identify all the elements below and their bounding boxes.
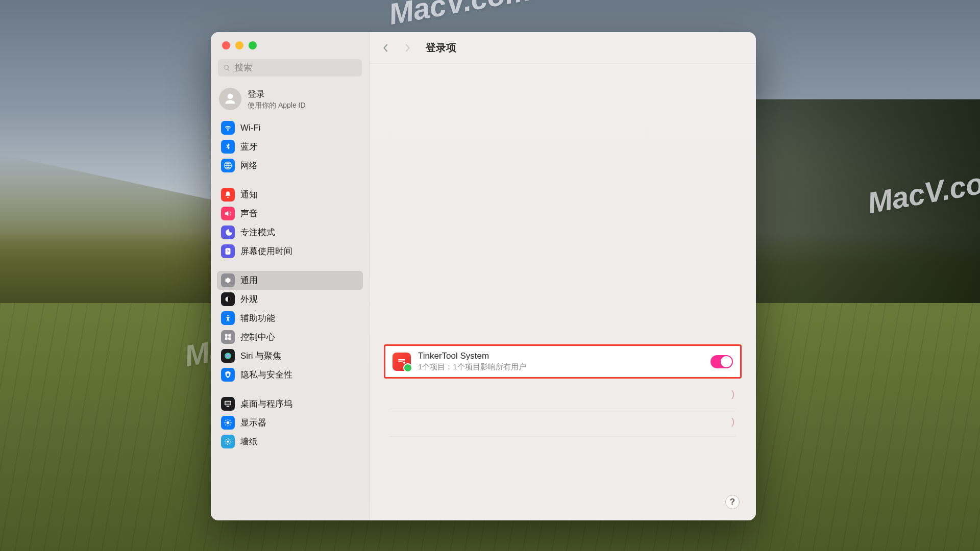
sidebar-item-displays[interactable]: 显示器 bbox=[217, 413, 363, 432]
desktop-icon bbox=[221, 397, 235, 411]
sidebar-item-label: 辅助功能 bbox=[240, 312, 275, 324]
svg-rect-2 bbox=[225, 334, 228, 337]
login-item-toggle[interactable] bbox=[710, 355, 733, 368]
svg-rect-9 bbox=[227, 406, 230, 407]
minimize-button[interactable] bbox=[235, 41, 243, 49]
sidebar-item-privacy[interactable]: 隐私与安全性 bbox=[217, 365, 363, 384]
sidebar-list: Wi-Fi蓝牙网络通知声音专注模式屏幕使用时间通用外观辅助功能控制中心Siri … bbox=[211, 118, 369, 515]
back-button[interactable] bbox=[380, 42, 392, 54]
help-button[interactable]: ? bbox=[725, 495, 740, 509]
sidebar-item-screentime[interactable]: 屏幕使用时间 bbox=[217, 242, 363, 261]
sidebar-item-appearance[interactable]: 外观 bbox=[217, 290, 363, 309]
sidebar-item-general[interactable]: 通用 bbox=[217, 271, 363, 290]
svg-rect-8 bbox=[226, 402, 231, 405]
login-item-name: TinkerTool System bbox=[418, 351, 703, 361]
sidebar-item-label: Siri 与聚焦 bbox=[240, 350, 281, 362]
privacy-icon bbox=[221, 368, 235, 382]
bluetooth-icon bbox=[221, 140, 235, 154]
content: TinkerTool System 1个项目：1个项目影响所有用户 ? bbox=[370, 64, 756, 520]
sidebar-item-label: 专注模式 bbox=[240, 227, 275, 238]
sidebar-item-accessibility[interactable]: 辅助功能 bbox=[217, 309, 363, 328]
sidebar-item-label: 显示器 bbox=[240, 417, 266, 429]
apple-id-sub: 使用你的 Apple ID bbox=[248, 101, 306, 110]
sound-icon bbox=[221, 207, 235, 220]
sidebar-item-label: 网络 bbox=[240, 160, 258, 171]
svg-point-1 bbox=[227, 315, 229, 316]
sidebar-item-bluetooth[interactable]: 蓝牙 bbox=[217, 137, 363, 156]
sidebar-item-focus[interactable]: 专注模式 bbox=[217, 223, 363, 242]
sidebar-item-desktop[interactable]: 桌面与程序坞 bbox=[217, 394, 363, 413]
network-icon bbox=[221, 159, 235, 172]
sidebar-item-label: 外观 bbox=[240, 293, 258, 305]
sidebar-item-label: 隐私与安全性 bbox=[240, 369, 292, 381]
login-item-info: TinkerTool System 1个项目：1个项目影响所有用户 bbox=[418, 351, 703, 372]
list-item bbox=[390, 409, 736, 437]
accessibility-icon bbox=[221, 311, 235, 325]
sidebar-item-controlcenter[interactable]: 控制中心 bbox=[217, 328, 363, 346]
search-input[interactable] bbox=[235, 63, 357, 73]
close-button[interactable] bbox=[222, 41, 230, 49]
login-item-row[interactable]: TinkerTool System 1个项目：1个项目影响所有用户 bbox=[384, 344, 742, 379]
page-title: 登录项 bbox=[426, 41, 456, 55]
sidebar: 登录 使用你的 Apple ID Wi-Fi蓝牙网络通知声音专注模式屏幕使用时间… bbox=[211, 32, 370, 520]
avatar bbox=[219, 88, 241, 110]
svg-rect-3 bbox=[228, 334, 231, 337]
general-icon bbox=[221, 273, 235, 287]
sidebar-item-siri[interactable]: Siri 与聚焦 bbox=[217, 346, 363, 365]
screentime-icon bbox=[221, 244, 235, 258]
list-item bbox=[390, 382, 736, 409]
wallpaper-icon bbox=[221, 435, 235, 448]
sidebar-item-notifications[interactable]: 通知 bbox=[217, 185, 363, 204]
focus-icon bbox=[221, 226, 235, 239]
svg-rect-5 bbox=[228, 337, 231, 340]
search-icon bbox=[223, 64, 231, 72]
sidebar-item-wallpaper[interactable]: 墙纸 bbox=[217, 432, 363, 451]
sidebar-item-label: Wi-Fi bbox=[240, 123, 261, 133]
sidebar-item-label: 墙纸 bbox=[240, 436, 258, 447]
search-field[interactable] bbox=[218, 59, 362, 77]
sidebar-item-label: 桌面与程序坞 bbox=[240, 398, 292, 410]
sidebar-item-label: 通知 bbox=[240, 189, 258, 201]
sidebar-item-network[interactable]: 网络 bbox=[217, 156, 363, 175]
sidebar-item-label: 通用 bbox=[240, 274, 258, 286]
sidebar-item-wifi[interactable]: Wi-Fi bbox=[217, 118, 363, 137]
sidebar-item-label: 蓝牙 bbox=[240, 141, 258, 153]
svg-point-11 bbox=[227, 440, 229, 442]
svg-point-10 bbox=[227, 421, 230, 424]
zoom-button[interactable] bbox=[249, 41, 257, 49]
svg-rect-4 bbox=[225, 337, 228, 340]
sidebar-item-sound[interactable]: 声音 bbox=[217, 204, 363, 223]
apple-id-text: 登录 使用你的 Apple ID bbox=[248, 88, 306, 110]
siri-icon bbox=[221, 349, 235, 363]
search-wrap bbox=[211, 56, 369, 84]
window-controls bbox=[211, 32, 369, 56]
titlebar: 登录项 bbox=[370, 32, 756, 64]
svg-point-6 bbox=[225, 353, 231, 359]
apple-id-name: 登录 bbox=[248, 88, 306, 100]
sidebar-item-label: 声音 bbox=[240, 208, 258, 219]
sidebar-item-label: 屏幕使用时间 bbox=[240, 245, 292, 257]
forward-button[interactable] bbox=[401, 42, 413, 54]
apple-id-row[interactable]: 登录 使用你的 Apple ID bbox=[211, 84, 369, 118]
ghost-list bbox=[390, 382, 736, 437]
tinkertool-icon bbox=[393, 353, 411, 371]
controlcenter-icon bbox=[221, 330, 235, 344]
notifications-icon bbox=[221, 188, 235, 202]
system-settings-window: 登录 使用你的 Apple ID Wi-Fi蓝牙网络通知声音专注模式屏幕使用时间… bbox=[211, 32, 756, 520]
wifi-icon bbox=[221, 121, 235, 135]
displays-icon bbox=[221, 416, 235, 430]
appearance-icon bbox=[221, 292, 235, 306]
login-item-sub: 1个项目：1个项目影响所有用户 bbox=[418, 362, 703, 372]
sidebar-item-label: 控制中心 bbox=[240, 331, 275, 343]
main-pane: 登录项 TinkerTool System 1个项目：1个项目影响所有用户 ? bbox=[370, 32, 756, 520]
